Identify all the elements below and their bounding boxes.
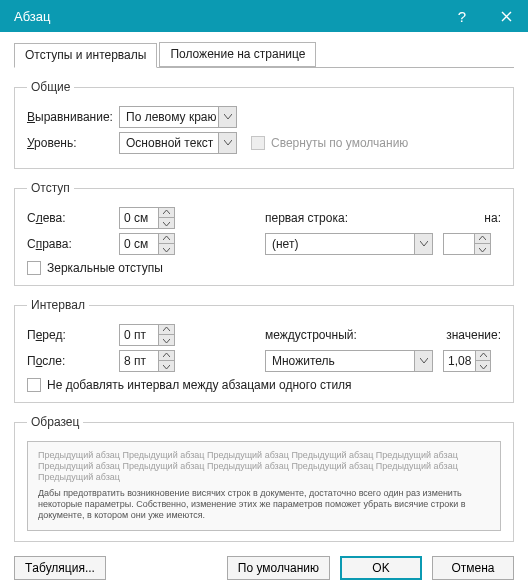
titlebar: Абзац ? [0, 0, 528, 32]
collapsed-label: Свернуты по умолчанию [271, 136, 408, 150]
group-spacing-legend: Интервал [27, 298, 89, 312]
caret-down-icon[interactable] [159, 218, 174, 228]
ok-button[interactable]: OK [340, 556, 422, 580]
no-space-label: Не добавлять интервал между абзацами одн… [47, 378, 352, 392]
close-button[interactable] [484, 0, 528, 32]
alignment-label: ВВыравнивание:ыравнивание: [27, 110, 119, 124]
spacing-after-spinner[interactable]: 8 пт [119, 350, 175, 372]
alignment-combo[interactable]: По левому краю [119, 106, 237, 128]
caret-up-icon[interactable] [476, 351, 490, 361]
button-bar: Табуляция... По умолчанию OK Отмена [14, 556, 514, 580]
indent-left-spinner[interactable]: 0 см [119, 207, 175, 229]
dialog-body: Отступы и интервалы Положение на страниц… [0, 32, 528, 583]
level-label: Уровень: [27, 136, 119, 150]
group-general: Общие ВВыравнивание:ыравнивание: По лево… [14, 80, 514, 169]
default-button[interactable]: По умолчанию [227, 556, 330, 580]
first-line-label: первая строка: [265, 211, 348, 225]
caret-up-icon[interactable] [475, 234, 490, 244]
group-spacing: Интервал Перед: 0 пт междустрочный: знач… [14, 298, 514, 403]
group-indent-legend: Отступ [27, 181, 74, 195]
tab-indent-spacing[interactable]: Отступы и интервалы [14, 43, 157, 68]
caret-down-icon[interactable] [159, 335, 174, 345]
tab-position[interactable]: Положение на странице [159, 42, 316, 67]
caret-down-icon[interactable] [159, 244, 174, 254]
close-icon [501, 11, 512, 22]
preview-grey-text: Предыдущий абзац Предыдущий абзац Предыд… [38, 450, 458, 482]
help-button[interactable]: ? [440, 0, 484, 32]
indent-right-spinner[interactable]: 0 см [119, 233, 175, 255]
cancel-button[interactable]: Отмена [432, 556, 514, 580]
spacing-at-label: значение: [446, 328, 501, 342]
indent-by-spinner[interactable] [443, 233, 491, 255]
tab-strip: Отступы и интервалы Положение на страниц… [14, 42, 514, 68]
chevron-down-icon [218, 107, 236, 127]
group-preview: Образец Предыдущий абзац Предыдущий абза… [14, 415, 514, 542]
dialog-title: Абзац [14, 9, 440, 24]
spacing-before-label: Перед: [27, 328, 119, 342]
level-combo[interactable]: Основной текст [119, 132, 237, 154]
chevron-down-icon [218, 133, 236, 153]
first-line-combo[interactable]: (нет) [265, 233, 433, 255]
caret-up-icon[interactable] [159, 234, 174, 244]
caret-down-icon[interactable] [476, 361, 490, 371]
spacing-before-spinner[interactable]: 0 пт [119, 324, 175, 346]
chevron-down-icon [414, 234, 432, 254]
preview-box: Предыдущий абзац Предыдущий абзац Предыд… [27, 441, 501, 531]
spacing-at-spinner[interactable]: 1,08 [443, 350, 491, 372]
indent-right-label: Справа: [27, 237, 119, 251]
caret-up-icon[interactable] [159, 325, 174, 335]
mirror-indent-checkbox[interactable] [27, 261, 41, 275]
no-space-checkbox[interactable] [27, 378, 41, 392]
mirror-indent-label: Зеркальные отступы [47, 261, 163, 275]
spacing-after-label: После: [27, 354, 119, 368]
group-preview-legend: Образец [27, 415, 83, 429]
caret-up-icon[interactable] [159, 208, 174, 218]
line-spacing-combo[interactable]: Множитель [265, 350, 433, 372]
tabs-button[interactable]: Табуляция... [14, 556, 106, 580]
collapsed-checkbox [251, 136, 265, 150]
preview-dark-text: Дабы предотвратить возникновение висячих… [38, 488, 490, 520]
line-spacing-label: междустрочный: [265, 328, 357, 342]
caret-down-icon[interactable] [159, 361, 174, 371]
chevron-down-icon [414, 351, 432, 371]
indent-left-label: Слева: [27, 211, 119, 225]
indent-by-label: на: [484, 211, 501, 225]
group-indent: Отступ Слева: 0 см первая строка: на: Сп… [14, 181, 514, 286]
caret-down-icon[interactable] [475, 244, 490, 254]
caret-up-icon[interactable] [159, 351, 174, 361]
help-icon: ? [458, 8, 466, 25]
group-general-legend: Общие [27, 80, 74, 94]
